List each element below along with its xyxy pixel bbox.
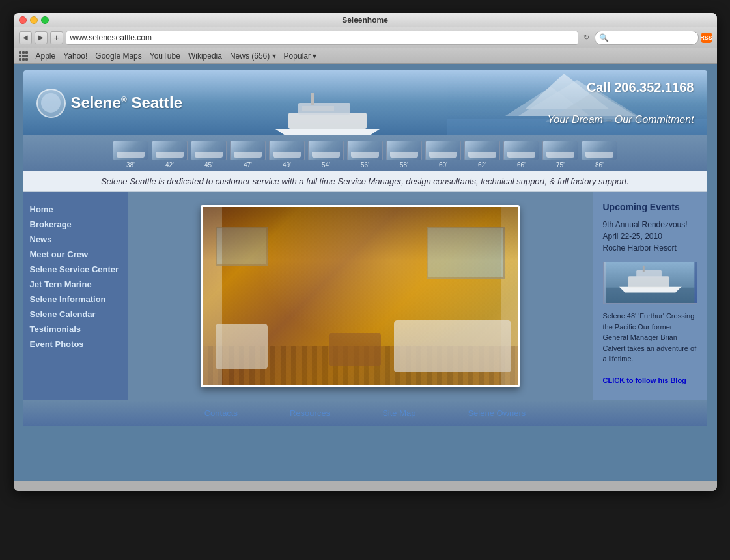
yacht-label-42: 42' bbox=[165, 161, 174, 169]
yacht-img-42 bbox=[152, 141, 188, 160]
rss-icon: RSS bbox=[701, 33, 712, 43]
site-title-main: Selene bbox=[71, 94, 121, 111]
yacht-img-58 bbox=[386, 141, 422, 160]
yacht-thumb-75[interactable]: 75' bbox=[542, 141, 578, 169]
yacht-label-56: 56' bbox=[361, 161, 369, 169]
bookmark-yahoo[interactable]: Yahoo! bbox=[63, 51, 87, 61]
header-logo: Selene® Seattle bbox=[23, 82, 196, 124]
yacht-label-58: 58' bbox=[400, 161, 408, 169]
sidebar-link-news[interactable]: News bbox=[30, 232, 121, 247]
header-phone: Call 206.352.1168 bbox=[587, 80, 694, 95]
trademark-symbol: ® bbox=[121, 95, 127, 104]
window-title: Seleenhome bbox=[342, 16, 388, 25]
events-title: Upcoming Events bbox=[603, 202, 697, 212]
yacht-label-75: 75' bbox=[556, 161, 565, 169]
search-bar[interactable]: 🔍 bbox=[595, 31, 699, 45]
sidebar-link-crew[interactable]: Meet our Crew bbox=[30, 247, 121, 262]
yacht-img-47 bbox=[230, 141, 266, 160]
sidebar: Home Brokerage News Meet our Crew Selene… bbox=[23, 192, 128, 400]
header-tagline: Your Dream – Our Commitment bbox=[548, 114, 694, 126]
event-details: 9th Annual Rendezvous!April 22-25, 2010R… bbox=[603, 219, 697, 254]
sidebar-link-home[interactable]: Home bbox=[30, 202, 121, 217]
yacht-thumb-66[interactable]: 66' bbox=[503, 141, 539, 169]
yacht-thumb-47[interactable]: 47' bbox=[230, 141, 266, 169]
sidebar-link-info[interactable]: Selene Information bbox=[30, 292, 121, 307]
bookmark-googlemaps[interactable]: Google Maps bbox=[95, 51, 141, 61]
center-content bbox=[128, 192, 593, 400]
yacht-img-86 bbox=[582, 141, 617, 160]
minimize-button[interactable] bbox=[30, 16, 38, 24]
maximize-button[interactable] bbox=[41, 16, 49, 24]
yacht-img-38 bbox=[113, 141, 148, 160]
yacht-thumb-60[interactable]: 60' bbox=[425, 141, 461, 169]
yacht-thumb-56[interactable]: 56' bbox=[347, 141, 383, 169]
blog-link[interactable]: CLICK to follow his Blog bbox=[603, 376, 686, 384]
yacht-label-49: 49' bbox=[283, 161, 291, 169]
sidebar-link-brokerage[interactable]: Brokerage bbox=[30, 217, 121, 232]
event-description: Selene 48' 'Furthur' Crossing the Pacifi… bbox=[603, 311, 697, 386]
sidebar-link-calendar[interactable]: Selene Calendar bbox=[30, 307, 121, 322]
refresh-button[interactable]: ↻ bbox=[581, 32, 592, 43]
back-button[interactable]: ◀ bbox=[19, 31, 32, 44]
yacht-nav: 38' 42' 45' 47' 49' 54' bbox=[23, 135, 707, 171]
yacht-thumb-42[interactable]: 42' bbox=[152, 141, 188, 169]
yacht-label-45: 45' bbox=[204, 161, 213, 169]
yacht-label-47: 47' bbox=[244, 161, 252, 169]
footer-sitemap[interactable]: Site Map bbox=[382, 408, 415, 418]
traffic-lights bbox=[19, 16, 49, 24]
url-text: www.seleneseattle.com bbox=[70, 33, 152, 42]
yacht-thumb-54[interactable]: 54' bbox=[308, 141, 344, 169]
bookmark-youtube[interactable]: YouTube bbox=[150, 51, 180, 61]
sidebar-link-testimonials[interactable]: Testimonials bbox=[30, 322, 121, 337]
sidebar-link-jettern[interactable]: Jet Tern Marine bbox=[30, 277, 121, 292]
forward-button[interactable]: ▶ bbox=[35, 31, 48, 44]
bookmark-news[interactable]: News (656) ▾ bbox=[230, 51, 276, 61]
svg-rect-15 bbox=[642, 266, 644, 272]
yacht-thumb-62[interactable]: 62' bbox=[464, 141, 500, 169]
sidebar-link-events[interactable]: Event Photos bbox=[30, 337, 121, 352]
yacht-thumb-49[interactable]: 49' bbox=[269, 141, 305, 169]
svg-rect-13 bbox=[628, 276, 669, 287]
yacht-label-62: 62' bbox=[478, 161, 486, 169]
bookmark-popular[interactable]: Popular ▾ bbox=[284, 51, 317, 61]
add-tab-button[interactable]: + bbox=[50, 31, 63, 44]
svg-rect-6 bbox=[288, 113, 367, 129]
yacht-thumb-38[interactable]: 38' bbox=[113, 141, 148, 169]
close-button[interactable] bbox=[19, 16, 27, 24]
bookmark-apple[interactable]: Apple bbox=[36, 51, 56, 61]
yacht-thumb-86[interactable]: 86' bbox=[582, 141, 617, 169]
yacht-img-62 bbox=[464, 141, 500, 160]
yacht-label-86: 86' bbox=[595, 161, 604, 169]
footer-contacts[interactable]: Contacts bbox=[204, 408, 238, 418]
yacht-label-60: 60' bbox=[439, 161, 447, 169]
search-icon: 🔍 bbox=[599, 33, 609, 42]
bookmarks-bar: Apple Yahoo! Google Maps YouTube Wikiped… bbox=[14, 48, 717, 64]
yacht-img-60 bbox=[425, 141, 461, 160]
footer-resources[interactable]: Resources bbox=[290, 408, 330, 418]
yacht-img-49 bbox=[269, 141, 305, 160]
yacht-img-75 bbox=[542, 141, 578, 160]
svg-rect-9 bbox=[302, 106, 334, 111]
address-bar[interactable]: www.seleneseattle.com bbox=[66, 31, 578, 45]
footer-owners[interactable]: Selene Owners bbox=[468, 408, 526, 418]
yacht-label-38: 38' bbox=[126, 161, 135, 169]
browser-window: Seleenhome ◀ ▶ + www.seleneseattle.com ↻… bbox=[14, 13, 717, 491]
main-content: Home Brokerage News Meet our Crew Selene… bbox=[23, 192, 707, 400]
yacht-thumb-45[interactable]: 45' bbox=[191, 141, 227, 169]
svg-rect-8 bbox=[311, 93, 314, 105]
bookmark-wikipedia[interactable]: Wikipedia bbox=[188, 51, 222, 61]
yacht-img-54 bbox=[308, 141, 344, 160]
right-panel: Upcoming Events 9th Annual Rendezvous!Ap… bbox=[593, 192, 707, 400]
site-footer: Contacts Resources Site Map Selene Owner… bbox=[23, 400, 707, 426]
yacht-img-56 bbox=[347, 141, 383, 160]
scrollbar[interactable] bbox=[14, 481, 717, 491]
site-header: Selene® Seattle Call 206.352.1168 Your D… bbox=[23, 70, 707, 135]
sidebar-link-service[interactable]: Selene Service Center bbox=[30, 262, 121, 277]
titlebar: Seleenhome bbox=[14, 13, 717, 27]
main-interior-photo bbox=[201, 205, 520, 387]
browser-toolbar: ◀ ▶ + www.seleneseattle.com ↻ 🔍 RSS bbox=[14, 27, 717, 48]
yacht-thumb-58[interactable]: 58' bbox=[386, 141, 422, 169]
grid-icon[interactable] bbox=[19, 51, 28, 61]
event-boat-svg bbox=[604, 262, 697, 303]
interior-lighting-overlay bbox=[203, 207, 518, 385]
